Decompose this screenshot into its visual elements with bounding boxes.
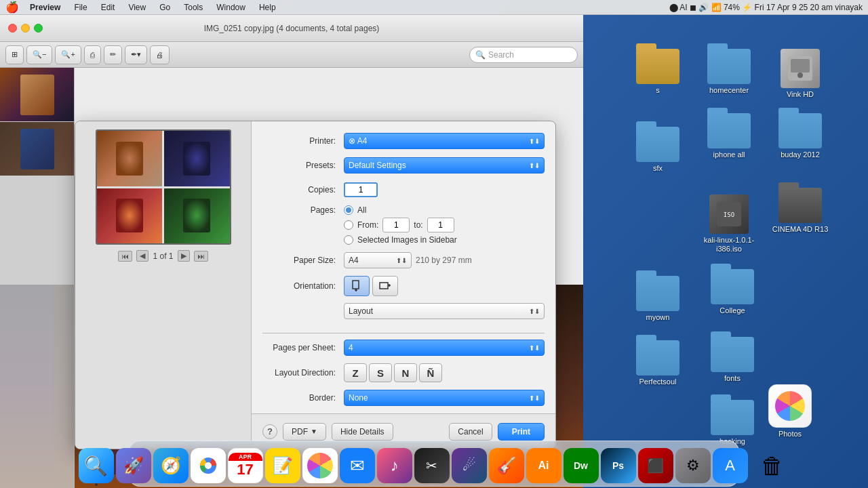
desktop-icon-vink[interactable]: Vink HD (770, 49, 831, 99)
pages-all-row[interactable]: All (344, 205, 545, 215)
sidebar-thumb-2[interactable] (0, 122, 74, 176)
desktop-icon-kali[interactable]: ISO kali-linux-1.0.1-i386.iso (698, 195, 760, 253)
dock-notes[interactable]: 📝 (265, 448, 300, 483)
sidebar-thumb-1[interactable] (0, 68, 74, 122)
direction-n2-btn[interactable]: Ñ (419, 363, 442, 382)
menu-view[interactable]: View (125, 3, 149, 12)
pages-from-radio[interactable] (344, 220, 353, 230)
border-select[interactable]: None ⬆⬇ (344, 390, 545, 406)
dock-finder[interactable]: 🔍 (79, 448, 114, 483)
dock-safari[interactable]: 🧭 (153, 448, 189, 483)
dock-dreamweaver[interactable]: Dw (564, 448, 599, 483)
desktop-icon-perfectsoul[interactable]: Perfectsoul (627, 340, 688, 386)
tools-btn[interactable]: ✏ (104, 45, 122, 64)
desktop-icon-sfx[interactable]: sfx (627, 127, 688, 173)
print-btn[interactable]: 🖨 (150, 45, 170, 64)
share-btn[interactable]: ⎙ (84, 45, 101, 64)
layout-direction-row: Layout Direction: Z S N Ñ (262, 363, 545, 382)
close-button[interactable] (8, 24, 17, 33)
dock-mail[interactable]: ✉ (340, 448, 375, 483)
page-nav: ⏮ ◀ 1 of 1 ▶ ⏭ (118, 250, 208, 262)
presets-select[interactable]: Default Settings ⬆⬇ (344, 157, 545, 174)
desktop-icon-myown[interactable]: myown (627, 276, 688, 322)
paper-size-select[interactable]: A4 ⬆⬇ (344, 252, 412, 268)
pages-sidebar-row[interactable]: Selected Images in Sidebar (344, 235, 545, 245)
zoom-out-btn[interactable]: 🔍− (26, 45, 52, 64)
desktop-icon-photos[interactable]: Photos (760, 384, 821, 439)
menu-window[interactable]: Window (214, 3, 248, 12)
pages-all-radio[interactable] (344, 205, 353, 215)
menu-help[interactable]: Help (256, 3, 279, 12)
next-page-btn[interactable]: ▶ (178, 250, 190, 262)
desktop-icon-homecenter[interactable]: homecenter (698, 49, 760, 95)
menubar: 🍎 Preview File Edit View Go Tools Window… (0, 0, 868, 15)
apple-menu[interactable]: 🍎 (5, 1, 19, 14)
folder-cinema-label: CINEMA 4D R13 (772, 225, 829, 234)
maximize-button[interactable] (34, 24, 43, 33)
img-cell-4 (164, 188, 230, 244)
dock-system-prefs[interactable]: ⚙ (675, 448, 711, 483)
presets-value: Default Settings (349, 161, 406, 170)
portrait-btn[interactable] (344, 276, 370, 296)
pages-all-label: All (357, 205, 366, 215)
hide-details-button[interactable]: Hide Details (332, 423, 393, 441)
desktop-icon-iphone-all[interactable]: iphone all (698, 113, 760, 159)
dock-photos[interactable] (302, 448, 338, 483)
menu-edit[interactable]: Edit (98, 3, 118, 12)
help-button[interactable]: ? (262, 424, 277, 439)
desktop-icon-buday[interactable]: buday 2012 (770, 113, 831, 159)
menu-go[interactable]: Go (157, 3, 173, 12)
sidebar-toggle-btn[interactable]: ⊞ (5, 45, 24, 64)
search-box[interactable]: 🔍 Search (469, 47, 578, 63)
presets-arrow: ⬆⬇ (529, 162, 540, 169)
search-icon: 🔍 (475, 50, 486, 60)
printer-select[interactable]: ⊗ A4 ⬆⬇ (344, 133, 545, 149)
dock-photoshop[interactable]: Ps (601, 448, 636, 483)
cancel-button[interactable]: Cancel (449, 423, 492, 441)
folder-fonts-icon (711, 337, 754, 372)
last-page-btn[interactable]: ⏭ (194, 251, 208, 262)
pdf-button[interactable]: PDF ▼ (283, 423, 326, 441)
copies-input[interactable] (344, 182, 378, 197)
sidebar (0, 68, 75, 488)
direction-s-btn[interactable]: S (369, 363, 392, 382)
desktop-icon-s[interactable]: s (627, 49, 688, 95)
pages-from-input[interactable] (382, 218, 410, 232)
dock-music[interactable]: ♪ (377, 448, 412, 483)
desktop-icon-cinema[interactable]: CINEMA 4D R13 (770, 188, 831, 234)
dock-illustrator[interactable]: Ai (526, 448, 561, 483)
layout-section-dropdown[interactable]: Layout ⬆⬇ (344, 303, 545, 319)
desktop-icon-hacking[interactable]: hacking (702, 400, 763, 446)
direction-z-btn[interactable]: Z (344, 363, 367, 382)
dock-chrome[interactable] (191, 448, 226, 483)
pages-per-sheet-select[interactable]: 4 ⬆⬇ (344, 340, 545, 356)
desktop-icon-college[interactable]: College (702, 269, 763, 315)
dock-launchpad[interactable]: 🚀 (116, 448, 151, 483)
dock-calendar[interactable]: APR 17 (228, 448, 263, 483)
direction-n-btn[interactable]: N (394, 363, 417, 382)
dock-trash[interactable]: 🗑 (755, 448, 790, 483)
pages-sidebar-radio[interactable] (344, 235, 353, 245)
landscape-btn[interactable] (372, 276, 398, 296)
markup-btn[interactable]: ✒▾ (125, 45, 147, 64)
desktop-area: s homecenter Vink HD sfx iphone all buda… (583, 15, 868, 488)
menu-file[interactable]: File (71, 3, 90, 12)
menu-tools[interactable]: Tools (181, 3, 205, 12)
menu-preview[interactable]: Preview (27, 3, 63, 12)
print-button[interactable]: Print (498, 423, 545, 441)
first-page-btn[interactable]: ⏮ (118, 251, 132, 262)
dock-final-cut[interactable]: ✂ (414, 448, 450, 483)
dock-capture[interactable]: ⬛ (638, 448, 673, 483)
desktop-icon-fonts[interactable]: fonts (702, 337, 763, 383)
dock-app-store[interactable]: A (713, 448, 748, 483)
svg-point-13 (205, 462, 212, 469)
dock-garageband[interactable]: 🎸 (489, 448, 524, 483)
minimize-button[interactable] (21, 24, 30, 33)
prev-page-btn[interactable]: ◀ (136, 250, 149, 262)
pages-to-input[interactable] (427, 218, 454, 232)
zoom-in-btn[interactable]: 🔍+ (55, 45, 81, 64)
pages-from-row[interactable]: From: to: (344, 218, 545, 232)
preview-window: IMG_0251 copy.jpg (4 documents, 4 total … (0, 15, 583, 488)
dock-orbit[interactable]: ☄ (452, 448, 487, 483)
folder-homecenter-icon (707, 49, 751, 84)
